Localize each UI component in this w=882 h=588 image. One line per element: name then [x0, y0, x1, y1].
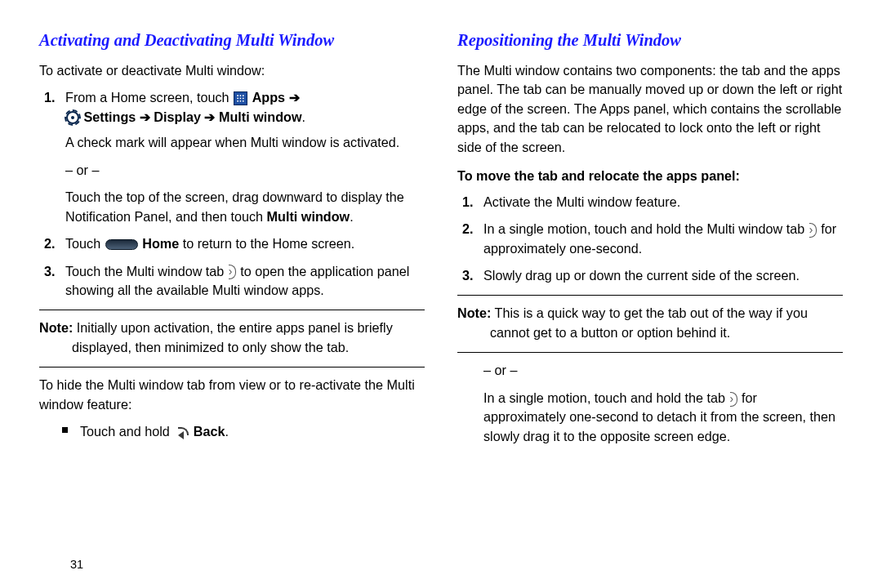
- back-icon: [174, 427, 189, 439]
- settings-path: Settings ➔ Display ➔ Multi window: [84, 109, 302, 124]
- page-columns: Activating and Deactivating Multi Window…: [39, 29, 843, 448]
- heading-activating: Activating and Deactivating Multi Window: [39, 29, 425, 51]
- right-column: Repositioning the Multi Window The Multi…: [457, 29, 843, 448]
- to-move-heading: To move the tab and relocate the apps pa…: [457, 167, 843, 185]
- note-label-right: Note:: [457, 305, 491, 320]
- rstep-3: Slowly drag up or down the current side …: [483, 266, 843, 285]
- note-left: Note: Initially upon activation, the ent…: [39, 318, 425, 357]
- or-right: – or –: [483, 361, 843, 380]
- r2a: In a single motion, touch and hold the M…: [483, 221, 808, 236]
- step-1: From a Home screen, touch Apps ➔ Setting…: [65, 88, 425, 226]
- intro-right: The Multi window contains two components…: [457, 61, 843, 157]
- note-right: Note: This is a quick way to get the tab…: [457, 304, 843, 342]
- home-bold: Home: [139, 236, 179, 251]
- note-label-left: Note:: [39, 320, 73, 335]
- right-tail: – or – In a single motion, touch and hol…: [457, 361, 843, 446]
- step-3: Touch the Multi window tab to open the a…: [65, 262, 425, 301]
- rstep-2: In a single motion, touch and hold the M…: [483, 220, 843, 258]
- divider-2: [39, 367, 425, 368]
- hide-bullets: Touch and hold Back.: [39, 422, 425, 441]
- step2-a: Touch: [65, 236, 105, 251]
- touch-top-para: Touch the top of the screen, drag downwa…: [65, 188, 425, 226]
- step-2: Touch Home to return to the Home screen.: [65, 234, 425, 253]
- post-para: In a single motion, touch and hold the t…: [483, 389, 843, 446]
- settings-gear-icon: [66, 111, 79, 124]
- steps-left: From a Home screen, touch Apps ➔ Setting…: [39, 88, 425, 300]
- step1-text-a: From a Home screen, touch: [65, 90, 233, 105]
- divider-1: [39, 310, 425, 310]
- period-1: .: [302, 109, 306, 124]
- apps-icon: [234, 91, 247, 105]
- step2-b: to return to the Home screen.: [179, 236, 354, 251]
- period-2: .: [350, 209, 354, 224]
- arrow-icon: ➔: [289, 90, 300, 105]
- bullet-a: Touch and hold: [80, 424, 173, 439]
- back-bold: Back: [189, 424, 225, 439]
- checkmark-note: A check mark will appear when Multi wind…: [65, 133, 425, 152]
- hide-intro: To hide the Multi window tab from view o…: [39, 376, 425, 414]
- rstep-1: Activate the Multi window feature.: [483, 193, 843, 212]
- period-3: .: [225, 424, 229, 439]
- tab-icon: [229, 265, 236, 279]
- divider-4: [457, 352, 843, 353]
- page-number: 31: [70, 556, 83, 573]
- tab-icon-3: [730, 392, 737, 407]
- post-a: In a single motion, touch and hold the t…: [483, 390, 729, 405]
- heading-repositioning: Repositioning the Multi Window: [457, 29, 843, 51]
- divider-3: [457, 295, 843, 296]
- step3-a: Touch the Multi window tab: [65, 264, 228, 278]
- bullet-back: Touch and hold Back.: [80, 422, 425, 441]
- tab-icon-2: [809, 223, 817, 238]
- note-body-right: This is a quick way to get the tab out o…: [490, 305, 808, 339]
- intro-left: To activate or deactivate Multi window:: [39, 61, 425, 80]
- multi-window-bold: Multi window: [267, 209, 350, 224]
- left-column: Activating and Deactivating Multi Window…: [39, 29, 425, 448]
- or-1: – or –: [65, 161, 425, 180]
- home-button-icon: [105, 239, 138, 250]
- steps-right: Activate the Multi window feature. In a …: [457, 193, 843, 286]
- note-body-left: Initially upon activation, the entire ap…: [72, 320, 393, 354]
- apps-label: Apps: [252, 90, 289, 105]
